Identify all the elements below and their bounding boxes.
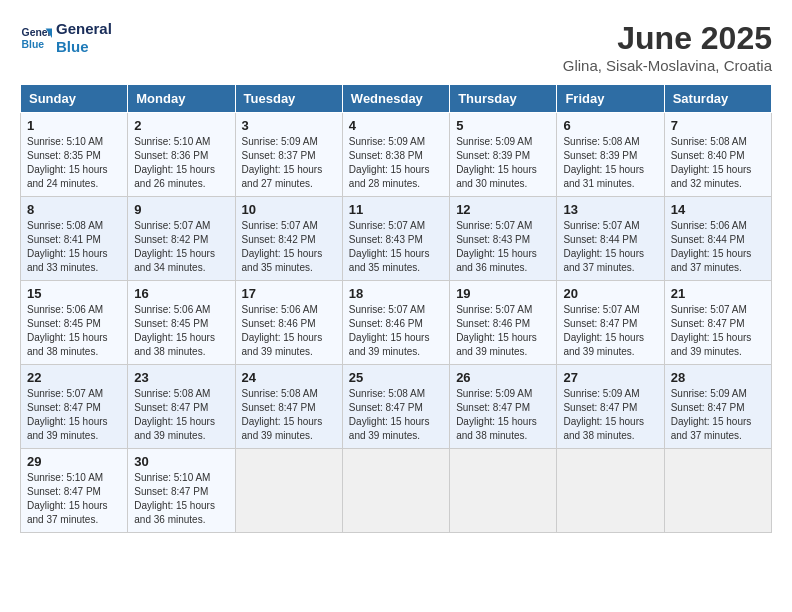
calendar-cell: 30Sunrise: 5:10 AM Sunset: 8:47 PM Dayli… xyxy=(128,449,235,533)
day-info: Sunrise: 5:07 AM Sunset: 8:46 PM Dayligh… xyxy=(456,303,550,359)
calendar-cell: 18Sunrise: 5:07 AM Sunset: 8:46 PM Dayli… xyxy=(342,281,449,365)
day-info: Sunrise: 5:06 AM Sunset: 8:45 PM Dayligh… xyxy=(27,303,121,359)
week-row-0: 1Sunrise: 5:10 AM Sunset: 8:35 PM Daylig… xyxy=(21,113,772,197)
day-number: 29 xyxy=(27,454,121,469)
day-number: 3 xyxy=(242,118,336,133)
calendar-cell: 10Sunrise: 5:07 AM Sunset: 8:42 PM Dayli… xyxy=(235,197,342,281)
calendar-cell xyxy=(235,449,342,533)
day-info: Sunrise: 5:09 AM Sunset: 8:39 PM Dayligh… xyxy=(456,135,550,191)
day-number: 14 xyxy=(671,202,765,217)
calendar-cell: 11Sunrise: 5:07 AM Sunset: 8:43 PM Dayli… xyxy=(342,197,449,281)
day-number: 11 xyxy=(349,202,443,217)
calendar-cell: 12Sunrise: 5:07 AM Sunset: 8:43 PM Dayli… xyxy=(450,197,557,281)
day-info: Sunrise: 5:09 AM Sunset: 8:47 PM Dayligh… xyxy=(456,387,550,443)
calendar-cell: 4Sunrise: 5:09 AM Sunset: 8:38 PM Daylig… xyxy=(342,113,449,197)
calendar-cell: 1Sunrise: 5:10 AM Sunset: 8:35 PM Daylig… xyxy=(21,113,128,197)
day-info: Sunrise: 5:08 AM Sunset: 8:41 PM Dayligh… xyxy=(27,219,121,275)
day-header-thursday: Thursday xyxy=(450,85,557,113)
day-info: Sunrise: 5:10 AM Sunset: 8:35 PM Dayligh… xyxy=(27,135,121,191)
day-info: Sunrise: 5:10 AM Sunset: 8:36 PM Dayligh… xyxy=(134,135,228,191)
day-header-sunday: Sunday xyxy=(21,85,128,113)
month-title: June 2025 xyxy=(563,20,772,57)
day-info: Sunrise: 5:08 AM Sunset: 8:47 PM Dayligh… xyxy=(349,387,443,443)
calendar-cell: 9Sunrise: 5:07 AM Sunset: 8:42 PM Daylig… xyxy=(128,197,235,281)
calendar-cell: 29Sunrise: 5:10 AM Sunset: 8:47 PM Dayli… xyxy=(21,449,128,533)
logo-general: General xyxy=(56,20,112,38)
logo-icon: General Blue xyxy=(20,22,52,54)
calendar-cell: 27Sunrise: 5:09 AM Sunset: 8:47 PM Dayli… xyxy=(557,365,664,449)
day-info: Sunrise: 5:06 AM Sunset: 8:46 PM Dayligh… xyxy=(242,303,336,359)
calendar-cell: 5Sunrise: 5:09 AM Sunset: 8:39 PM Daylig… xyxy=(450,113,557,197)
week-row-4: 29Sunrise: 5:10 AM Sunset: 8:47 PM Dayli… xyxy=(21,449,772,533)
calendar-cell: 16Sunrise: 5:06 AM Sunset: 8:45 PM Dayli… xyxy=(128,281,235,365)
day-number: 13 xyxy=(563,202,657,217)
day-info: Sunrise: 5:07 AM Sunset: 8:46 PM Dayligh… xyxy=(349,303,443,359)
calendar-cell: 3Sunrise: 5:09 AM Sunset: 8:37 PM Daylig… xyxy=(235,113,342,197)
svg-text:Blue: Blue xyxy=(22,39,45,50)
day-number: 5 xyxy=(456,118,550,133)
title-block: June 2025 Glina, Sisak-Moslavina, Croati… xyxy=(563,20,772,74)
calendar-cell: 19Sunrise: 5:07 AM Sunset: 8:46 PM Dayli… xyxy=(450,281,557,365)
calendar-table: SundayMondayTuesdayWednesdayThursdayFrid… xyxy=(20,84,772,533)
calendar-cell: 22Sunrise: 5:07 AM Sunset: 8:47 PM Dayli… xyxy=(21,365,128,449)
day-info: Sunrise: 5:08 AM Sunset: 8:47 PM Dayligh… xyxy=(242,387,336,443)
day-info: Sunrise: 5:09 AM Sunset: 8:37 PM Dayligh… xyxy=(242,135,336,191)
day-number: 19 xyxy=(456,286,550,301)
day-info: Sunrise: 5:07 AM Sunset: 8:47 PM Dayligh… xyxy=(27,387,121,443)
calendar-cell: 2Sunrise: 5:10 AM Sunset: 8:36 PM Daylig… xyxy=(128,113,235,197)
day-number: 17 xyxy=(242,286,336,301)
day-number: 21 xyxy=(671,286,765,301)
calendar-cell xyxy=(450,449,557,533)
logo-blue: Blue xyxy=(56,38,112,56)
day-number: 27 xyxy=(563,370,657,385)
day-info: Sunrise: 5:10 AM Sunset: 8:47 PM Dayligh… xyxy=(134,471,228,527)
day-number: 16 xyxy=(134,286,228,301)
calendar-cell: 15Sunrise: 5:06 AM Sunset: 8:45 PM Dayli… xyxy=(21,281,128,365)
day-header-saturday: Saturday xyxy=(664,85,771,113)
day-info: Sunrise: 5:07 AM Sunset: 8:42 PM Dayligh… xyxy=(242,219,336,275)
day-number: 10 xyxy=(242,202,336,217)
day-info: Sunrise: 5:07 AM Sunset: 8:43 PM Dayligh… xyxy=(349,219,443,275)
day-info: Sunrise: 5:08 AM Sunset: 8:39 PM Dayligh… xyxy=(563,135,657,191)
calendar-cell: 7Sunrise: 5:08 AM Sunset: 8:40 PM Daylig… xyxy=(664,113,771,197)
day-number: 2 xyxy=(134,118,228,133)
calendar-cell: 26Sunrise: 5:09 AM Sunset: 8:47 PM Dayli… xyxy=(450,365,557,449)
day-info: Sunrise: 5:09 AM Sunset: 8:38 PM Dayligh… xyxy=(349,135,443,191)
day-info: Sunrise: 5:09 AM Sunset: 8:47 PM Dayligh… xyxy=(563,387,657,443)
day-header-tuesday: Tuesday xyxy=(235,85,342,113)
day-number: 1 xyxy=(27,118,121,133)
calendar-cell: 14Sunrise: 5:06 AM Sunset: 8:44 PM Dayli… xyxy=(664,197,771,281)
calendar-cell: 28Sunrise: 5:09 AM Sunset: 8:47 PM Dayli… xyxy=(664,365,771,449)
day-info: Sunrise: 5:06 AM Sunset: 8:45 PM Dayligh… xyxy=(134,303,228,359)
day-number: 26 xyxy=(456,370,550,385)
calendar-cell: 8Sunrise: 5:08 AM Sunset: 8:41 PM Daylig… xyxy=(21,197,128,281)
day-number: 9 xyxy=(134,202,228,217)
day-number: 4 xyxy=(349,118,443,133)
calendar-cell: 17Sunrise: 5:06 AM Sunset: 8:46 PM Dayli… xyxy=(235,281,342,365)
week-row-1: 8Sunrise: 5:08 AM Sunset: 8:41 PM Daylig… xyxy=(21,197,772,281)
calendar-cell: 13Sunrise: 5:07 AM Sunset: 8:44 PM Dayli… xyxy=(557,197,664,281)
page-header: General Blue General Blue June 2025 Glin… xyxy=(20,20,772,74)
day-number: 7 xyxy=(671,118,765,133)
logo: General Blue General Blue xyxy=(20,20,112,56)
calendar-cell: 25Sunrise: 5:08 AM Sunset: 8:47 PM Dayli… xyxy=(342,365,449,449)
day-number: 12 xyxy=(456,202,550,217)
calendar-cell xyxy=(342,449,449,533)
day-number: 15 xyxy=(27,286,121,301)
day-info: Sunrise: 5:07 AM Sunset: 8:47 PM Dayligh… xyxy=(563,303,657,359)
day-number: 30 xyxy=(134,454,228,469)
day-info: Sunrise: 5:07 AM Sunset: 8:47 PM Dayligh… xyxy=(671,303,765,359)
day-header-friday: Friday xyxy=(557,85,664,113)
calendar-cell: 20Sunrise: 5:07 AM Sunset: 8:47 PM Dayli… xyxy=(557,281,664,365)
day-header-wednesday: Wednesday xyxy=(342,85,449,113)
day-info: Sunrise: 5:07 AM Sunset: 8:43 PM Dayligh… xyxy=(456,219,550,275)
day-info: Sunrise: 5:08 AM Sunset: 8:47 PM Dayligh… xyxy=(134,387,228,443)
day-number: 22 xyxy=(27,370,121,385)
day-info: Sunrise: 5:06 AM Sunset: 8:44 PM Dayligh… xyxy=(671,219,765,275)
day-info: Sunrise: 5:08 AM Sunset: 8:40 PM Dayligh… xyxy=(671,135,765,191)
location: Glina, Sisak-Moslavina, Croatia xyxy=(563,57,772,74)
day-number: 8 xyxy=(27,202,121,217)
calendar-cell xyxy=(664,449,771,533)
week-row-2: 15Sunrise: 5:06 AM Sunset: 8:45 PM Dayli… xyxy=(21,281,772,365)
day-number: 25 xyxy=(349,370,443,385)
